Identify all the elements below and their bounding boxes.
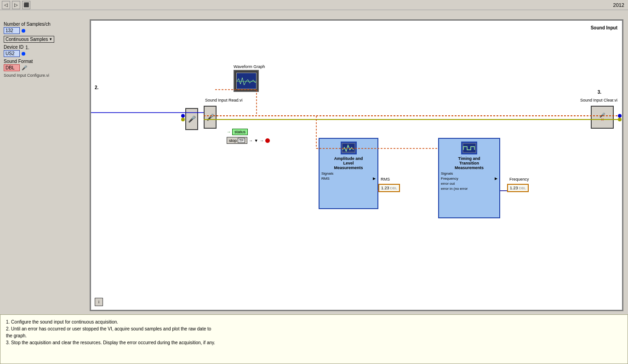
note-line2: 2. Until an error has occurred or user s… [6, 325, 622, 332]
device-id-value[interactable]: US2 [4, 50, 20, 57]
configure-vi-inner: 🎤 [188, 115, 196, 123]
amp-signals-label: Signals [321, 171, 333, 176]
graph-display [236, 73, 257, 89]
format-connector: 🎤 [22, 65, 27, 70]
left-panel: Number of Samples/ch 132 Continuous Samp… [4, 22, 89, 78]
iteration-terminal: i [95, 298, 103, 306]
note-line2-text: 2. Until an error has occurred or user s… [6, 326, 211, 331]
note-line3: 3. Stop the acquisition and clear the re… [6, 339, 622, 346]
waveform-graph-label: Waveform Graph [234, 64, 265, 69]
read-vi-label: Sound Input Read.vi [205, 98, 243, 102]
samples-connector [22, 29, 25, 33]
clear-vi-block[interactable]: 🎤 ✕ [591, 106, 614, 129]
note-line1: 1. Configure the sound input for continu… [6, 318, 622, 325]
timing-icon [461, 142, 477, 154]
continuous-samples-dropdown[interactable]: Continuous Samples ▼ [4, 36, 54, 43]
forward-button[interactable]: ▷ [12, 1, 20, 9]
v-icon: ▼ [254, 138, 258, 143]
clear-vi-x-icon: ✕ [601, 118, 604, 122]
main-canvas: 2. 3. Waveform Graph 🎤 Sound Input Read.… [90, 19, 623, 311]
stop-row: stop TF → ▼ → [227, 137, 270, 144]
amp-rms-label: RMS [321, 176, 330, 181]
stop-label: stop [229, 138, 237, 143]
freq-numeric-display[interactable]: 1.23 DBL [507, 184, 529, 192]
timing-freq-label: Frequency [441, 176, 458, 181]
svg-point-14 [618, 114, 622, 118]
read-vi-mic-icon: 🎤 [206, 114, 214, 121]
status-stop-area: → status stop TF → ▼ → [227, 129, 270, 144]
timing-svg [462, 143, 476, 153]
frequency-label: Frequency [509, 177, 529, 182]
step-2-label: 2. [95, 85, 98, 90]
arrow-icon: → [227, 130, 231, 134]
amp-rms-row: RMS ▶ [320, 176, 377, 181]
frequency-display: 1.23 DBL [507, 184, 529, 192]
sound-format-value[interactable]: DBL [4, 64, 20, 71]
status-row: → status [227, 129, 270, 135]
year-label: 2012 [613, 2, 624, 8]
notes-area: 1. Configure the sound input for continu… [0, 314, 628, 364]
timing-errorout-label: error out [441, 182, 455, 186]
timing-errorin-row: error in (no error [439, 186, 499, 191]
configure-vi-block[interactable]: 🎤 [185, 108, 198, 130]
read-vi-block[interactable]: 🎤 [204, 106, 217, 129]
amp-icon [341, 142, 357, 154]
note-line2b: the graph. [6, 332, 622, 339]
amp-signals-row: Signals [320, 171, 377, 176]
timing-freq-row: Frequency ▶ [439, 176, 499, 181]
rms-display: 1.23 DBL [378, 184, 400, 192]
arrow3-icon: → [260, 138, 264, 143]
graph-svg [237, 73, 257, 89]
read-vi-inner: 🎤 [206, 114, 214, 121]
configure-vi-mic-icon: 🎤 [188, 115, 196, 123]
timing-title: Timing andTransitionMeasurements [439, 155, 499, 171]
device-connector [22, 52, 25, 56]
timing-signals-label: Signals [441, 171, 453, 176]
timing-errorout-row: error out [439, 181, 499, 186]
amp-icon-container [320, 141, 377, 155]
clear-vi-inner: 🎤 ✕ [599, 113, 605, 122]
samples-value[interactable]: 132 [4, 27, 20, 34]
waveform-graph-box[interactable] [234, 70, 259, 92]
timing-errorin-label: error in (no error [441, 187, 468, 191]
sound-format-label: Sound Format [4, 59, 89, 64]
rms-numeric-display[interactable]: 1.23 DBL [378, 184, 400, 192]
samples-label: Number of Samples/ch [4, 22, 89, 27]
rms-unit: DBL [390, 186, 398, 190]
timing-measurements-block[interactable]: Timing andTransitionMeasurements Signals… [438, 138, 500, 218]
svg-point-15 [181, 118, 185, 121]
step-3-label: 3. [598, 90, 601, 95]
status-box[interactable]: status [232, 129, 248, 135]
amp-measurements-block[interactable]: Amplitude andLevelMeasurements Signals R… [319, 138, 378, 209]
configure-vi-label: Sound Input Configure.vi [4, 73, 89, 78]
svg-rect-3 [463, 143, 476, 153]
svg-point-16 [618, 118, 622, 121]
amp-svg [342, 143, 355, 153]
timing-freq-arrow: ▶ [495, 176, 497, 181]
sound-input-top-label: Sound Input [591, 25, 617, 30]
clear-vi-icon: 🎤 [599, 113, 605, 118]
iteration-label: i [98, 300, 99, 304]
freq-unit: DBL [519, 186, 526, 190]
diagram: Number of Samples/ch 132 Continuous Samp… [0, 10, 628, 313]
amp-title: Amplitude andLevelMeasurements [320, 155, 377, 171]
svg-point-13 [181, 114, 185, 118]
timing-signals-row: Signals [439, 171, 499, 176]
rms-label: RMS [381, 177, 390, 182]
waveform-graph-container: Waveform Graph [234, 64, 265, 92]
dropdown-arrow: ▼ [49, 37, 52, 41]
stop-button[interactable]: ⬛ [22, 1, 30, 9]
clear-vi-label: Sound Input Clear.vi [580, 98, 617, 102]
back-button[interactable]: ◁ [2, 1, 10, 9]
stop-box[interactable]: stop TF [227, 137, 247, 144]
rms-value: 1.23 [381, 186, 389, 190]
freq-value: 1.23 [510, 186, 518, 190]
device-id-label: Device ID [4, 45, 23, 50]
stop-circle[interactable] [265, 138, 270, 143]
arrow2-icon: → [249, 138, 253, 143]
tf-value: TF [238, 138, 245, 143]
device-id-step: 1. [25, 45, 29, 50]
toolbar: ◁ ▷ ⬛ 2012 [0, 0, 628, 10]
amp-rms-arrow: ▶ [373, 176, 376, 181]
timing-icon-container [439, 141, 499, 155]
